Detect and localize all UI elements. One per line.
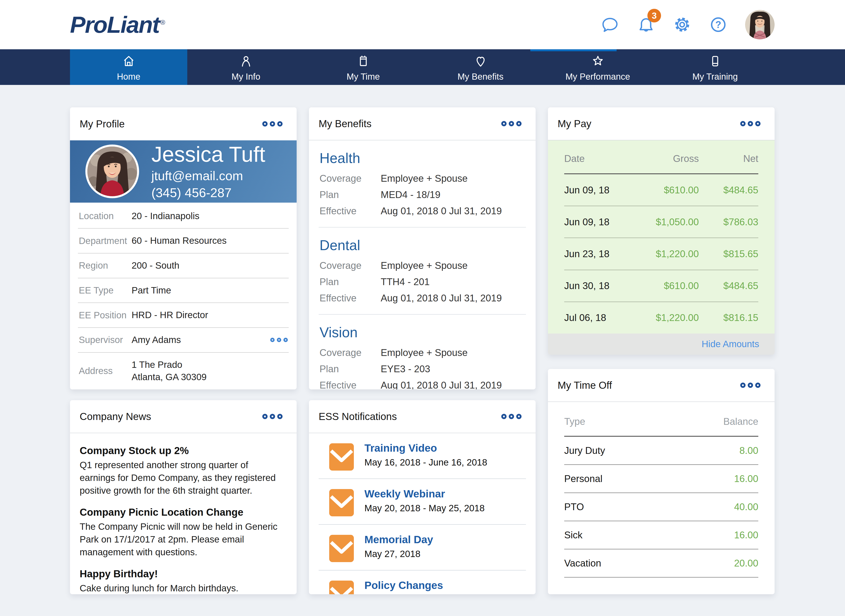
my-profile-card: My Profile [70,107,296,389]
envelope-icon [329,489,354,516]
tab-my-benefits-label: My Benefits [458,72,503,82]
time-off-row: Personal 16.00 [564,465,758,493]
tab-my-info[interactable]: My Info [187,49,305,85]
settings-gear-icon[interactable] [673,15,691,34]
ess-title: ESS Notifications [318,411,397,422]
time-off-table: Type Balance Jury Duty 8.00 Personal 16.… [548,402,775,594]
envelope-icon [329,443,354,471]
envelope-icon [329,535,354,562]
profile-identity: Jessica Tuft jtuft@email.com (345) 456-2… [151,143,265,200]
hide-amounts-link[interactable]: Hide Amounts [702,339,759,349]
time-off-row: Jury Duty 8.00 [564,437,758,465]
company-news-body: Company Stock up 2% Q1 represented anoth… [70,433,296,594]
column-3: My Pay Date Gross Net Jun 09, 18 $610.00… [548,107,775,594]
profile-banner: Jessica Tuft jtuft@email.com (345) 456-2… [70,140,296,202]
tab-my-benefits[interactable]: My Benefits [422,49,539,85]
my-time-off-title: My Time Off [557,379,612,391]
notification-count-badge: 3 [647,9,661,22]
tab-my-time[interactable]: My Time [305,49,422,85]
header-icon-group: 3 ? [601,10,775,40]
ess-notifications-card: ESS Notifications Training Video May 16,… [309,400,535,594]
company-news-card: Company News Company Stock up 2% Q1 repr… [70,400,296,594]
ess-header: ESS Notifications [309,400,535,433]
dashboard-grid: My Profile [70,107,775,594]
svg-text:?: ? [715,19,721,30]
supervisor-menu-icon[interactable] [270,338,288,342]
my-benefits-menu-icon[interactable] [501,121,522,126]
my-profile-menu-icon[interactable] [262,121,283,126]
ess-item-weekly-webinar[interactable]: Weekly Webinar May 20, 2018 - May 25, 20… [318,479,526,525]
profile-email: jtuft@email.com [151,168,265,183]
address-line-1: 1 The Prado [132,359,288,371]
field-ee-position: EE Position HRD - HR Director [78,303,289,328]
column-2: My Benefits Health CoverageEmployee + Sp… [309,107,535,594]
my-profile-title: My Profile [80,118,125,130]
ess-body: Training Video May 16, 2018 - June 16, 2… [309,433,535,594]
app-header: ProLiant® 3 ? [0,0,845,49]
person-icon [239,54,253,68]
tab-my-training[interactable]: My Training [656,49,774,85]
field-ee-type: EE Type Part Time [78,278,289,303]
column-1: My Profile [70,107,296,594]
time-off-row: PTO 40.00 [564,493,758,521]
address-line-2: Atlanta, GA 30309 [132,371,288,383]
benefit-section-vision: Vision CoverageEmployee + Spouse PlanEYE… [318,315,526,389]
time-off-row: Sick 16.00 [564,521,758,549]
ess-item-policy-changes[interactable]: Policy Changes May 16, 2018 - June 16, 2… [318,571,526,594]
my-profile-header: My Profile [70,107,296,140]
ess-menu-icon[interactable] [501,414,522,419]
news-item: Happy Birthday! Cake during lunch for Ma… [80,568,283,594]
book-icon [708,54,722,68]
ess-item-training-video[interactable]: Training Video May 16, 2018 - June 16, 2… [318,433,526,479]
field-location: Location 20 - Indianapolis [78,204,289,229]
field-department: Department 60 - Human Resources [78,229,289,254]
registered-mark: ® [160,19,164,26]
my-pay-header: My Pay [548,107,775,140]
benefit-section-dental: Dental CoverageEmployee + Spouse PlanTTH… [318,227,526,315]
profile-fields: Location 20 - Indianapolis Department 60… [70,202,296,390]
my-pay-menu-icon[interactable] [740,121,760,126]
help-icon[interactable]: ? [709,15,728,34]
my-benefits-header: My Benefits [309,107,535,140]
star-icon [591,54,605,68]
pay-row: Jun 23, 18 $1,220.00 $815.65 [564,238,758,270]
main-nav: Home My Info My Time My Benefits My Perf… [0,49,845,85]
my-time-off-card: My Time Off Type Balance Jury Duty 8.00 … [548,369,775,594]
pay-footer: Hide Amounts [548,333,775,355]
chat-icon[interactable] [601,15,619,34]
my-benefits-card: My Benefits Health CoverageEmployee + Sp… [309,107,535,389]
field-supervisor: Supervisor Amy Adams [78,328,289,353]
my-pay-card: My Pay Date Gross Net Jun 09, 18 $610.00… [548,107,775,355]
my-time-off-menu-icon[interactable] [740,383,760,388]
tab-my-performance-label: My Performance [566,72,630,82]
user-avatar[interactable] [745,10,775,40]
heart-icon [474,54,488,68]
tab-my-info-label: My Info [232,72,260,82]
my-benefits-title: My Benefits [318,118,371,130]
benefits-body: Health CoverageEmployee + Spouse PlanMED… [309,140,535,389]
pay-row: Jul 06, 18 $1,220.00 $816.15 [564,302,758,333]
calendar-icon [356,54,370,68]
pay-column-headers: Date Gross Net [564,153,758,164]
notifications-bell-icon[interactable]: 3 [637,15,655,34]
tab-home[interactable]: Home [70,49,187,85]
tab-my-time-label: My Time [346,72,380,82]
home-icon [122,54,136,68]
time-off-column-headers: Type Balance [564,416,758,427]
pay-row: Jun 30, 18 $610.00 $484.65 [564,270,758,302]
pay-row: Jun 09, 18 $1,050.00 $786.03 [564,206,758,238]
tab-my-training-label: My Training [692,72,738,82]
profile-name: Jessica Tuft [151,143,265,166]
envelope-icon [329,581,354,594]
time-off-row: Vacation 20.00 [564,549,758,578]
nav-accent-bar [530,49,616,51]
company-news-menu-icon[interactable] [262,414,283,419]
my-time-off-header: My Time Off [548,369,775,402]
pay-row: Jun 09, 18 $610.00 $484.65 [564,174,758,206]
ess-item-memorial-day[interactable]: Memorial Day May 27, 2018 [318,525,526,571]
pay-table: Date Gross Net Jun 09, 18 $610.00 $484.6… [548,140,775,333]
profile-phone: (345) 456-287 [151,185,265,200]
tab-my-performance[interactable]: My Performance [539,49,656,85]
proliant-logo: ProLiant® [70,12,164,38]
benefit-section-health: Health CoverageEmployee + Spouse PlanMED… [318,140,526,227]
